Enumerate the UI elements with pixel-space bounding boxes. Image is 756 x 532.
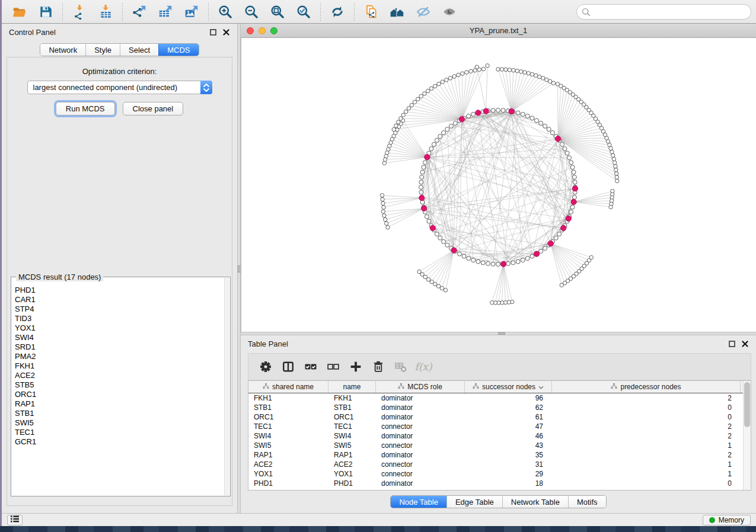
horizontal-splitter-grip[interactable] — [498, 332, 505, 335]
tab-network[interactable]: Network — [40, 44, 85, 56]
table-row[interactable]: SWI4SWI4dominator462 — [248, 431, 751, 441]
table-row[interactable]: TEC1TEC1connector472 — [248, 422, 751, 431]
column-header-name[interactable]: name — [328, 381, 376, 393]
import-table-icon[interactable] — [97, 3, 114, 21]
table-scrollbar-thumb[interactable] — [744, 382, 750, 427]
export-table-icon[interactable] — [157, 3, 174, 21]
node-table: shared namenameMCDS rolesuccessor nodesp… — [248, 380, 751, 491]
column-header-predecessor-nodes[interactable]: predecessor nodes — [552, 381, 741, 393]
cell-MCDS-role: dominator — [376, 479, 465, 488]
close-table-panel-icon[interactable] — [741, 340, 749, 348]
zoom-selected-icon[interactable] — [295, 3, 312, 21]
table-row[interactable]: ACE2ACE2connector311 — [248, 460, 751, 469]
mcds-result-item[interactable]: SWI5 — [15, 418, 224, 428]
mcds-result-item[interactable]: TEC1 — [15, 428, 224, 437]
mcds-result-item[interactable]: SWI4 — [15, 333, 224, 342]
app-window: Control Panel NetworkStyleSelectMCDS Opt… — [2, 0, 756, 526]
column-header-shared-name[interactable]: shared name — [248, 381, 328, 393]
run-mcds-button[interactable]: Run MCDS — [56, 102, 115, 116]
mcds-result-item[interactable]: ORC1 — [15, 390, 224, 399]
column-label: MCDS role — [407, 383, 442, 391]
network-from-file-icon[interactable] — [362, 3, 380, 21]
tab-style[interactable]: Style — [85, 44, 120, 56]
mcds-result-item[interactable]: ACE2 — [15, 371, 224, 380]
network-panel: YPA_prune.txt_1 — [241, 24, 756, 332]
cell-predecessor-nodes: 1 — [552, 460, 741, 469]
mcds-result-item[interactable]: YOX1 — [15, 323, 224, 333]
cell-name: ORC1 — [328, 412, 376, 422]
mcds-result-item[interactable]: PHD1 — [15, 286, 224, 295]
hide-selected-icon[interactable] — [414, 3, 432, 21]
table-row[interactable]: YOX1YOX1connector291 — [248, 469, 751, 479]
mcds-result-item[interactable]: SRD1 — [15, 342, 224, 352]
mcds-result-item[interactable]: RAP1 — [15, 399, 224, 409]
close-panel-icon[interactable] — [222, 28, 230, 36]
open-file-icon[interactable] — [11, 3, 28, 21]
float-table-panel-icon[interactable] — [728, 340, 736, 348]
tab-mcds[interactable]: MCDS — [158, 44, 198, 56]
table-row[interactable]: STB1STB1dominator620 — [248, 403, 751, 412]
select-all-checks-icon[interactable] — [302, 358, 320, 376]
delete-table-icon — [392, 358, 410, 376]
tab-select[interactable]: Select — [120, 44, 158, 56]
table-tab-edge-table[interactable]: Edge Table — [446, 496, 502, 508]
save-session-icon[interactable] — [37, 3, 55, 21]
mcds-result-item[interactable]: STP4 — [15, 305, 224, 314]
toolbar-separator — [122, 3, 123, 21]
search-input[interactable] — [576, 4, 751, 20]
cell-predecessor-nodes: 2 — [552, 431, 741, 441]
column-label: predecessor nodes — [620, 383, 681, 391]
cell-successor-nodes: 96 — [465, 393, 552, 403]
sort-chevron-icon — [538, 383, 544, 391]
column-header-MCDS-role[interactable]: MCDS role — [376, 381, 465, 393]
fx-label: f(x) — [414, 361, 432, 373]
column-label: shared name — [272, 383, 314, 391]
export-image-icon[interactable] — [183, 3, 200, 21]
table-tab-node-table[interactable]: Node Table — [391, 496, 446, 508]
mcds-result-item[interactable]: PMA2 — [15, 352, 224, 361]
network-canvas[interactable] — [241, 38, 756, 332]
mcds-result-list[interactable]: PHD1CAR1STP4TID3YOX1SWI4SRD1PMA2FKH1ACE2… — [15, 282, 224, 495]
task-history-button[interactable] — [7, 515, 23, 525]
export-network-icon[interactable] — [130, 3, 148, 21]
dropdown-stepper-icon — [200, 81, 212, 94]
float-panel-icon[interactable] — [209, 28, 217, 36]
table-row[interactable]: ORC1ORC1dominator610 — [248, 412, 751, 422]
mcds-result-item[interactable]: FKH1 — [15, 361, 224, 371]
result-list-scrollbar[interactable] — [224, 278, 229, 495]
control-panel-tabs: NetworkStyleSelectMCDS — [40, 43, 199, 56]
delete-row-icon[interactable] — [369, 358, 387, 376]
table-tab-network-table[interactable]: Network Table — [502, 496, 568, 508]
first-neighbors-icon[interactable] — [388, 3, 406, 21]
mcds-result-item[interactable]: TID3 — [15, 314, 224, 323]
settings-gear-icon[interactable] — [257, 358, 275, 376]
mcds-result-item[interactable]: CAR1 — [15, 295, 224, 305]
table-row[interactable]: RAP1RAP1dominator352 — [248, 450, 751, 460]
memory-button[interactable]: Memory — [703, 515, 751, 525]
cell-predecessor-nodes: 2 — [552, 450, 741, 460]
column-header-successor-nodes[interactable]: successor nodes — [465, 381, 552, 393]
table-row[interactable]: SWI5SWI5connector431 — [248, 441, 751, 450]
criterion-dropdown[interactable]: largest connected component (undirected) — [27, 81, 212, 94]
table-panel: Table Panel f(x) shared namenameMCDS rol… — [241, 335, 756, 513]
mcds-result-item[interactable]: STB1 — [15, 409, 224, 418]
table-row[interactable]: PHD1PHD1dominator180 — [248, 479, 751, 488]
zoom-out-icon[interactable] — [243, 3, 260, 21]
add-row-icon[interactable] — [347, 358, 365, 376]
cell-successor-nodes: 35 — [465, 450, 552, 460]
zoom-fit-icon[interactable] — [269, 3, 286, 21]
cell-shared-name: FKH1 — [248, 393, 328, 403]
cell-successor-nodes: 46 — [465, 431, 552, 441]
zoom-in-icon[interactable] — [216, 3, 234, 21]
show-all-icon[interactable] — [441, 3, 458, 21]
deselect-all-checks-icon[interactable] — [324, 358, 342, 376]
cell-predecessor-nodes: 0 — [552, 479, 741, 488]
table-row[interactable]: FKH1FKH1dominator962 — [248, 393, 751, 403]
show-columns-icon[interactable] — [279, 358, 297, 376]
import-network-icon[interactable] — [71, 3, 88, 21]
table-tab-motifs[interactable]: Motifs — [568, 496, 606, 508]
mcds-result-item[interactable]: STB5 — [15, 380, 224, 390]
close-panel-button[interactable]: Close panel — [123, 102, 184, 116]
refresh-icon[interactable] — [328, 3, 346, 21]
mcds-result-item[interactable]: GCR1 — [15, 437, 224, 447]
